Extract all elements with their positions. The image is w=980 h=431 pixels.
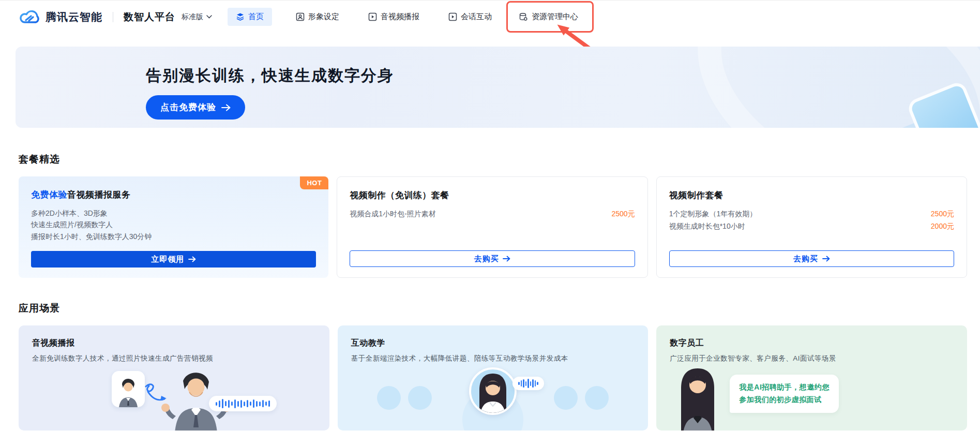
arrow-right-icon [221,104,231,111]
chat-bubble: 我是AI招聘助手，想邀约您 参加我们的初步虚拟面试 [730,375,839,413]
scenario-desc: 全新免训练数字人技术，通过照片快速生成广告营销视频 [32,354,316,363]
cloud-logo-icon [19,9,40,25]
buy-label: 去购买 [793,254,818,264]
arrow-right-icon [822,256,830,262]
chat-bubble-line: 参加我们的初步虚拟面试 [739,394,830,406]
package-title-highlight: 免费体验 [31,190,67,200]
menu-item-label: 会话互动 [461,12,492,22]
decor-circle [408,386,432,410]
package-card-free-trial: HOT 免费体验音视频播报服务 多种2D小样本、3D形象 快速生成照片/视频数字… [19,176,328,278]
package-item-text: 视频合成1小时包-照片素材 [350,208,435,220]
package-line: 快速生成照片/视频数字人 [31,219,316,230]
buy-label: 去购买 [474,254,499,264]
claim-now-label: 立即领用 [151,255,184,264]
package-item-price: 2000元 [931,220,954,233]
menu-item-avatar-setting[interactable]: 形象设定 [291,8,344,26]
free-trial-label: 点击免费体验 [160,101,216,113]
package-item-text: 1个定制形象（1年有效期） [669,208,757,220]
arrow-right-icon [188,256,196,262]
recruiter-woman-illustration [666,366,730,430]
package-price-row: 1个定制形象（1年有效期） 2500元 [669,208,954,220]
scenario-title: 音视频播报 [32,338,316,349]
logo-text: 腾讯云智能 [46,10,102,24]
arrow-right-icon [503,256,510,262]
package-line: 播报时长1小时、免训练数字人30分钟 [31,231,316,242]
hero-title: 告别漫长训练，快速生成数字分身 [146,65,980,86]
package-title: 视频制作套餐 [669,189,954,201]
scenario-desc: 基于全新端渲染技术，大幅降低讲题、陪练等互动教学场景并发成本 [351,354,635,363]
package-card-video-notrain: 视频制作（免训练）套餐 视频合成1小时包-照片素材 2500元 去购买 [337,176,647,278]
package-item-price: 2500元 [612,208,635,220]
menu-item-label: 首页 [248,12,264,22]
package-item-text: 视频生成时长包*10小时 [669,220,745,233]
broadcast-illustration [96,366,272,430]
buy-button[interactable]: 去购买 [350,250,635,267]
scenarios-heading: 应用场景 [19,302,967,315]
top-nav-bar: 腾讯云智能 数智人平台 标准版 首页 [0,0,980,33]
employee-illustration: 我是AI招聘助手，想邀约您 参加我们的初步虚拟面试 [656,358,967,430]
buy-button[interactable]: 去购买 [669,250,954,267]
package-item-price: 2500元 [931,208,954,220]
header-divider [113,12,113,22]
teaching-illustration [338,363,649,430]
decor-circle [554,386,578,410]
packages-row: HOT 免费体验音视频播报服务 多种2D小样本、3D形象 快速生成照片/视频数字… [19,176,967,278]
package-title-rest: 音视频播报服务 [67,190,131,200]
hero-banner: 告别漫长训练，快速生成数字分身 点击免费体验 [16,47,980,128]
portrait-icon [296,12,305,21]
scenarios-row: 音视频播报 全新免训练数字人技术，通过照片快速生成广告营销视频 [19,325,967,430]
free-trial-button[interactable]: 点击免费体验 [146,95,245,120]
home-layers-icon [236,12,245,21]
play-square-icon [448,12,457,21]
package-price-row: 视频合成1小时包-照片素材 2500元 [350,208,635,220]
database-icon [519,12,528,22]
package-title: 视频制作（免训练）套餐 [350,189,635,201]
scenario-card-employee: 数字员工 广泛应用于企业数智专家、客户服务、AI面试等场景 我是AI招聘助手，想… [656,325,967,430]
packages-heading: 套餐精选 [19,153,967,166]
audio-waveform-bubble [209,396,277,411]
package-description: 多种2D小样本、3D形象 快速生成照片/视频数字人 播报时长1小时、免训练数字人… [31,207,316,242]
scenario-title: 数字员工 [670,338,954,349]
play-square-icon [368,12,377,21]
package-line: 多种2D小样本、3D形象 [31,207,316,219]
teacher-avatar [469,367,517,415]
menu-item-home[interactable]: 首页 [228,8,272,26]
chevron-down-icon [206,15,212,19]
menu-item-label: 资源管理中心 [532,12,578,22]
hot-badge: HOT [300,176,328,189]
decor-circle [377,386,401,410]
menu-item-conversation[interactable]: 会话互动 [443,8,497,26]
tencent-cloud-logo[interactable]: 腾讯云智能 [19,9,102,25]
scenario-card-teaching: 互动教学 基于全新端渲染技术，大幅降低讲题、陪练等互动教学场景并发成本 [338,325,649,430]
claim-now-button[interactable]: 立即领用 [31,251,316,267]
package-price-row: 视频生成时长包*10小时 2000元 [669,220,954,233]
scenario-title: 互动教学 [351,338,635,349]
audio-waveform-bubble [512,377,544,390]
decor-circle [585,386,609,410]
platform-title: 数智人平台 [124,10,175,24]
chat-bubble-line: 我是AI招聘助手，想邀约您 [739,381,830,394]
scenario-card-broadcast: 音视频播报 全新免训练数字人技术，通过照片快速生成广告营销视频 [19,325,329,430]
menu-item-label: 音视频播报 [381,12,419,22]
edition-selector[interactable]: 标准版 [182,12,212,22]
main-menu: 首页 形象设定 音视频播报 [228,8,581,26]
menu-item-label: 形象设定 [308,12,339,22]
package-card-video: 视频制作套餐 1个定制形象（1年有效期） 2500元 视频生成时长包*10小时 … [656,176,967,278]
photo-avatar [112,371,145,407]
package-title: 免费体验音视频播报服务 [31,189,316,201]
edition-label: 标准版 [182,12,203,22]
menu-item-av-broadcast[interactable]: 音视频播报 [363,8,425,26]
